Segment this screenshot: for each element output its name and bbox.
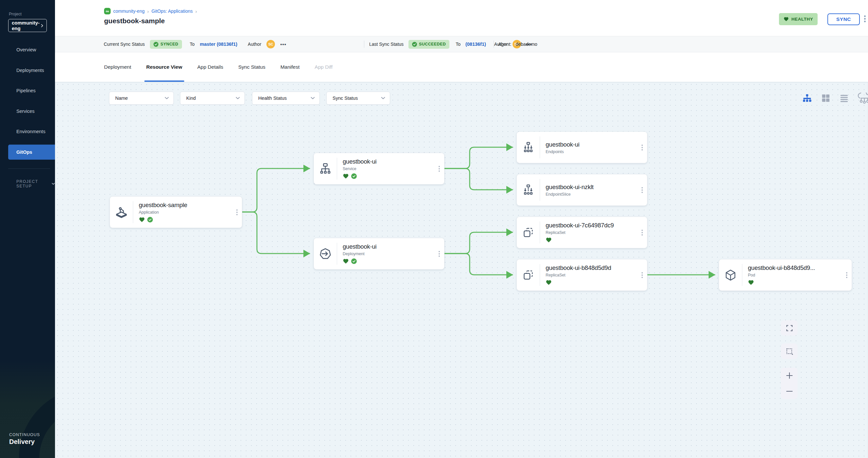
- to-label: To: [190, 41, 195, 47]
- project-selector[interactable]: community-eng: [8, 19, 47, 32]
- succeeded-badge: SUCCEEDED: [408, 40, 450, 49]
- node-pod[interactable]: guestbook-ui-b848d5d9... Pod: [719, 259, 852, 291]
- endpoints-icon: [522, 141, 535, 154]
- pod-icon: [724, 269, 737, 282]
- author-label: Author: [248, 41, 261, 47]
- tab-app-details[interactable]: App Details: [197, 52, 223, 82]
- tab-resource-view[interactable]: Resource View: [146, 52, 182, 82]
- statusbar-divider: [494, 40, 494, 48]
- tree-view-icon[interactable]: [802, 93, 812, 103]
- filter-kind-label: Kind: [186, 96, 196, 101]
- app-tabs: Deployment Resource View App Details Syn…: [104, 52, 333, 82]
- node-application[interactable]: guestbook-sample Application: [110, 196, 242, 228]
- node-kind: Pod: [748, 273, 815, 277]
- current-sync-group: Current Sync Status SYNCED To master (08…: [104, 36, 286, 52]
- heart-icon: [343, 258, 349, 264]
- sidebar-item-environments[interactable]: Environments: [0, 124, 55, 139]
- heart-icon: [139, 217, 145, 223]
- application-icon: [115, 205, 128, 219]
- filter-sync-status-dropdown[interactable]: Sync Status: [326, 92, 390, 105]
- gitops-logo-icon: ∞: [104, 8, 111, 14]
- tab-app-diff[interactable]: App Diff: [314, 52, 333, 82]
- filter-name-label: Name: [115, 96, 128, 101]
- agent-group: Agent: debademo: [494, 36, 537, 52]
- sidebar-item-pipelines[interactable]: Pipelines: [0, 83, 55, 98]
- node-kebab-menu-icon[interactable]: [642, 272, 643, 278]
- check-circle-icon: [351, 173, 357, 179]
- heart-icon: [783, 17, 789, 22]
- tab-manifest[interactable]: Manifest: [280, 52, 300, 82]
- sidebar-item-gitops[interactable]: GitOps: [8, 144, 55, 160]
- endpointslice-icon: [522, 184, 535, 197]
- page-title: guestbook-sample: [104, 17, 165, 25]
- node-kebab-menu-icon[interactable]: [439, 251, 440, 257]
- tab-sync-status[interactable]: Sync Status: [238, 52, 266, 82]
- node-title: guestbook-ui: [546, 141, 580, 148]
- node-title: guestbook-ui-b848d5d9...: [748, 264, 815, 271]
- project-setup-toggle[interactable]: PROJECT SETUP: [17, 179, 55, 189]
- node-deployment[interactable]: guestbook-ui Deployment: [314, 238, 444, 269]
- network-view-icon[interactable]: [858, 93, 868, 104]
- node-kebab-menu-icon[interactable]: [642, 230, 643, 235]
- tab-deployment[interactable]: Deployment: [104, 52, 131, 82]
- statusbar-divider: [364, 40, 364, 48]
- node-kebab-menu-icon[interactable]: [642, 187, 643, 193]
- node-endpointslice[interactable]: guestbook-ui-nzklt EndpointSlice: [517, 174, 647, 206]
- node-kind: EndpointSlice: [546, 192, 594, 197]
- node-service[interactable]: guestbook-ui Service: [314, 153, 444, 185]
- sidebar-item-overview[interactable]: Overview: [0, 42, 55, 57]
- zoom-in-button[interactable]: [781, 368, 798, 384]
- breadcrumb-project-link[interactable]: community-eng: [113, 8, 145, 14]
- synced-badge-label: SYNCED: [160, 42, 178, 46]
- zoom-control: [781, 368, 798, 399]
- heart-icon: [546, 280, 552, 285]
- filter-name-dropdown[interactable]: Name: [109, 92, 174, 105]
- grid-view-icon[interactable]: [821, 93, 831, 103]
- current-target-link[interactable]: master (08136f1): [200, 41, 237, 47]
- replicaset-icon: [522, 269, 535, 282]
- sync-button[interactable]: SYNC: [828, 13, 860, 25]
- deployment-icon: [318, 247, 332, 261]
- health-status-badge: HEALTHY: [779, 13, 817, 25]
- list-view-icon[interactable]: [839, 93, 849, 103]
- node-replicaset-b848d5d9d[interactable]: guestbook-ui-b848d5d9d ReplicaSet: [517, 259, 647, 291]
- breadcrumb-applications-link[interactable]: GitOps: Applications: [152, 8, 193, 14]
- heart-icon: [343, 173, 349, 179]
- sidebar: Project community-eng Overview Deploymen…: [0, 0, 55, 458]
- filter-health-status-label: Health Status: [258, 96, 287, 101]
- sidebar-item-services[interactable]: Services: [0, 104, 55, 119]
- chevron-down-icon: [381, 97, 385, 99]
- agent-value: debademo: [516, 41, 537, 47]
- zoom-out-button[interactable]: [781, 384, 798, 399]
- health-badge-label: HEALTHY: [792, 17, 813, 22]
- node-kind: Endpoints: [546, 150, 580, 154]
- node-kebab-menu-icon[interactable]: [236, 209, 238, 215]
- node-kebab-menu-icon[interactable]: [439, 166, 440, 172]
- current-sync-label: Current Sync Status: [104, 41, 145, 47]
- filter-health-status-dropdown[interactable]: Health Status: [252, 92, 320, 105]
- marquee-select-button[interactable]: [781, 344, 798, 359]
- fullscreen-button[interactable]: [781, 320, 798, 336]
- check-circle-icon: [412, 42, 417, 47]
- header-kebab-menu-icon[interactable]: [864, 15, 866, 22]
- project-selector-value: community-eng: [12, 20, 41, 31]
- node-endpoints[interactable]: guestbook-ui Endpoints: [517, 132, 647, 163]
- node-replicaset-7c64987dc9[interactable]: guestbook-ui-7c64987dc9 ReplicaSet: [517, 217, 647, 248]
- author-avatar: SC: [267, 40, 275, 48]
- breadcrumb-separator: ›: [195, 8, 197, 14]
- filter-kind-dropdown[interactable]: Kind: [180, 92, 245, 105]
- commit-more-dots[interactable]: •••: [280, 41, 286, 47]
- last-target-link[interactable]: (08136f1): [465, 41, 486, 47]
- sidebar-item-deployments[interactable]: Deployments: [0, 63, 55, 78]
- node-title: guestbook-ui-b848d5d9d: [546, 264, 611, 271]
- heart-icon: [546, 237, 552, 243]
- brand-delivery-label: Delivery: [9, 438, 40, 446]
- agent-label: Agent:: [498, 41, 511, 47]
- chevron-down-icon: [52, 183, 55, 185]
- node-kebab-menu-icon[interactable]: [642, 144, 643, 151]
- zoom-out-icon: [785, 390, 794, 393]
- check-circle-icon: [147, 217, 153, 223]
- succeeded-badge-label: SUCCEEDED: [419, 42, 446, 46]
- node-kebab-menu-icon[interactable]: [846, 272, 847, 278]
- view-mode-switcher: [802, 93, 868, 104]
